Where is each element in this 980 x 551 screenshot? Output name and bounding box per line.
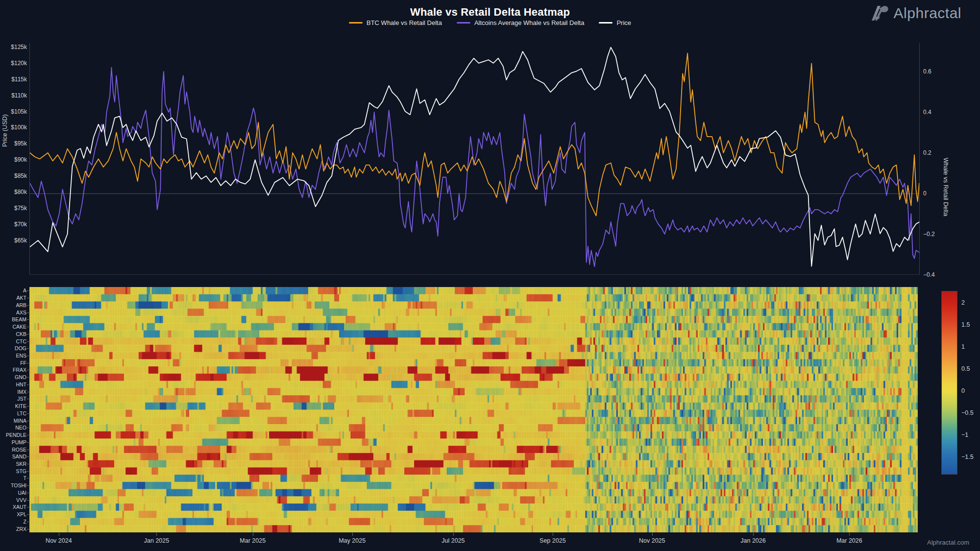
delta-axis-tick: 0.6 — [923, 68, 931, 75]
heatmap-row-tick — [27, 485, 29, 486]
heatmap-row-label-ckb: CKB — [4, 331, 26, 337]
legend-item-alt-delta[interactable]: Altcoins Average Whale vs Retail Delta — [457, 19, 584, 26]
alphractal-logo-icon — [870, 4, 890, 23]
heatmap-row-label-pendle: PENDLE — [4, 432, 26, 438]
heatmap-row-label-frax: FRAX — [4, 367, 26, 373]
heatmap-row-tick — [27, 312, 29, 313]
legend-item-btc-delta[interactable]: BTC Whale vs Retail Delta — [349, 19, 442, 26]
price-axis-tick: $65k — [14, 237, 27, 244]
heatmap-row-label-skr: SKR — [4, 461, 26, 467]
heatmap-row-tick — [27, 435, 29, 435]
legend-label: BTC Whale vs Retail Delta — [367, 19, 442, 26]
time-axis-tick: May 2025 — [339, 537, 366, 544]
heatmap-row-tick — [27, 456, 29, 457]
line-chart-plot-area[interactable] — [29, 43, 920, 275]
btc-delta-line-icon — [349, 22, 363, 24]
colorbar — [941, 291, 957, 475]
price-axis-tick: $100k — [11, 124, 27, 131]
colorbar-tick: 0.5 — [961, 365, 970, 372]
heatmap-row-label-kite: KITE — [4, 403, 26, 409]
price-axis-tick: $120k — [11, 60, 27, 67]
time-axis-tick-mark — [156, 533, 157, 536]
heatmap-row-tick — [27, 406, 29, 407]
heatmap-row-label-toshi: TOSHI — [4, 482, 26, 488]
heatmap-row-tick — [27, 319, 29, 320]
price-axis-tick: $90k — [14, 156, 27, 163]
heatmap-row-tick — [27, 334, 29, 335]
time-axis-tick: Sep 2025 — [539, 537, 566, 544]
heatmap-row-label-neo: NEO — [4, 425, 26, 431]
heatmap-row-label-a: A — [4, 287, 26, 293]
heatmap-row-label-uai: UAI — [4, 490, 26, 496]
heatmap-row-tick — [27, 500, 29, 501]
heatmap-row-tick — [27, 327, 29, 327]
price-axis-tick: $110k — [11, 92, 27, 99]
price-axis-tick: $75k — [14, 205, 27, 212]
heatmap-row-tick — [27, 399, 29, 399]
heatmap-row-label-ff: FF — [4, 360, 26, 366]
time-axis-tick: Nov 2024 — [46, 537, 72, 544]
heatmap-row-label-z: Z — [4, 519, 26, 525]
heatmap-row-label-mina: MINA — [4, 418, 26, 424]
heatmap-canvas[interactable] — [29, 287, 918, 532]
time-axis-tick: Jul 2025 — [441, 537, 465, 544]
heatmap-row-label-sand: SAND — [4, 454, 26, 459]
legend-label: Price — [616, 19, 631, 26]
heatmap-row-tick — [27, 370, 29, 370]
logo-text: Alphractal — [894, 5, 961, 22]
heatmap-row-tick — [27, 348, 29, 349]
price-line-icon — [599, 22, 612, 24]
heatmap-row-label-ctc: CTC — [4, 338, 26, 344]
colorbar-tick: −1 — [961, 431, 968, 438]
line-chart-canvas[interactable] — [30, 43, 919, 274]
price-axis-tick: $105k — [11, 108, 27, 115]
legend-item-price[interactable]: Price — [599, 19, 631, 26]
time-axis-tick-mark — [652, 533, 653, 536]
price-axis-title: Price (USD) — [1, 114, 8, 147]
heatmap-row-tick — [27, 363, 29, 363]
alphractal-logo[interactable]: Alphractal — [870, 4, 961, 23]
time-axis-tick-mark — [753, 533, 754, 536]
whale-retail-delta-dashboard: Whale vs Retail Delta Heatmap BTC Whale … — [0, 0, 980, 551]
heatmap-row-tick — [27, 377, 29, 378]
delta-axis-tick: 0 — [923, 190, 927, 197]
heatmap-row-label-akt: AKT — [4, 295, 26, 301]
heatmap-row-tick — [27, 478, 29, 479]
price-axis-tick: $85k — [14, 172, 27, 179]
price-axis-tick: $95k — [14, 140, 27, 147]
heatmap-row-label-pump: PUMP — [4, 439, 26, 445]
time-axis-tick: Jan 2025 — [144, 537, 169, 544]
heatmap-row-label-hnt: HNT — [4, 382, 26, 387]
heatmap-row-tick — [27, 450, 29, 450]
time-axis-tick-mark — [253, 533, 253, 536]
heatmap-row-tick — [27, 522, 29, 522]
time-axis-tick: Mar 2026 — [836, 537, 862, 544]
delta-axis-tick: −0.4 — [923, 271, 935, 278]
heatmap-row-label-rose: ROSE — [4, 447, 26, 453]
colorbar-tick: 1 — [961, 343, 965, 350]
colorbar-tick: 0 — [961, 387, 965, 394]
heatmap-row-label-jst: JST — [4, 396, 26, 402]
heatmap-row-tick — [27, 442, 29, 443]
heatmap-row-label-arb: ARB — [4, 302, 26, 308]
colorbar-tick: 2 — [961, 299, 965, 306]
time-axis-tick-mark — [59, 533, 59, 536]
heatmap-row-label-cake: CAKE — [4, 324, 26, 330]
heatmap-row-label-axs: AXS — [4, 310, 26, 315]
heatmap-row-label-dog: DOG — [4, 345, 26, 351]
price-axis-tick: $115k — [11, 76, 27, 83]
page-title: Whale vs Retail Delta Heatmap — [0, 6, 980, 19]
delta-axis-title: Whale vs Retail Delta — [942, 158, 949, 216]
time-axis-tick: Mar 2025 — [240, 537, 266, 544]
heatmap-row-label-ltc: LTC — [4, 410, 26, 416]
heatmap-row-label-zrx: ZRX — [4, 526, 26, 532]
delta-axis-tick: −0.2 — [923, 231, 935, 238]
time-axis-tick-mark — [849, 533, 850, 536]
heatmap-row-tick — [27, 428, 29, 428]
time-axis-tick: Nov 2025 — [639, 537, 665, 544]
price-axis-tick: $80k — [14, 189, 27, 195]
heatmap-row-label-beam: BEAM — [4, 316, 26, 322]
heatmap-row-label-vvv: VVV — [4, 497, 26, 503]
time-axis-tick-mark — [553, 533, 553, 536]
heatmap-row-tick — [27, 384, 29, 385]
